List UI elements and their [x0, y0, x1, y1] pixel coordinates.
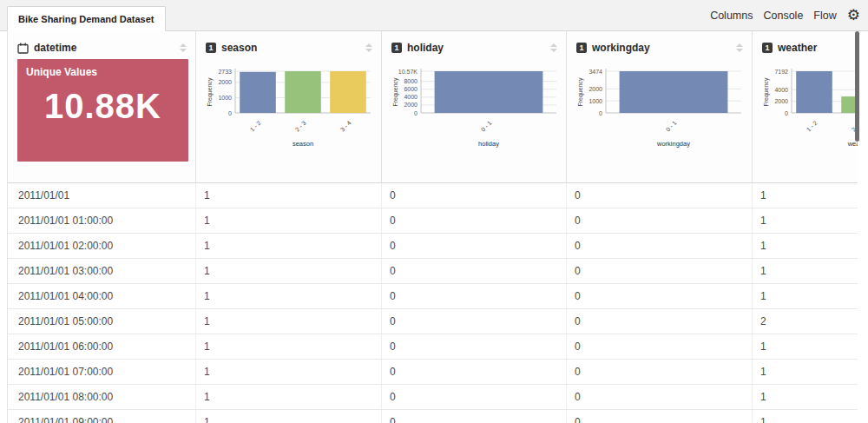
- flow-link[interactable]: Flow: [813, 10, 836, 22]
- table-row: 2011/01/01 01:00:00 1 0 0 1: [8, 208, 858, 234]
- svg-text:6000: 6000: [404, 86, 418, 92]
- table-row: 2011/01/01 06:00:00 1 0 0 1: [8, 334, 858, 360]
- workingday-header-row[interactable]: 1 workingday: [576, 40, 745, 56]
- cell-holiday[interactable]: 0: [382, 334, 567, 359]
- svg-text:2000: 2000: [589, 86, 602, 92]
- season-header-row[interactable]: 1 season: [206, 40, 374, 56]
- workingday-histogram: 34742000100000 - 1workingdayFrequency: [576, 64, 746, 151]
- cell-datetime[interactable]: 2011/01/01 03:00:00: [8, 259, 196, 283]
- cell-holiday[interactable]: 0: [382, 259, 567, 283]
- unique-values-count: 10.88K: [26, 87, 180, 126]
- svg-text:1 - 2: 1 - 2: [249, 120, 262, 133]
- cell-season[interactable]: 1: [196, 284, 382, 308]
- cell-weather[interactable]: 1: [753, 360, 858, 384]
- cell-datetime[interactable]: 2011/01/01 01:00:00: [8, 208, 196, 233]
- svg-text:holiday: holiday: [478, 140, 499, 148]
- cell-season[interactable]: 1: [196, 334, 382, 359]
- columns-link[interactable]: Columns: [710, 10, 753, 22]
- svg-text:4000: 4000: [774, 87, 788, 93]
- cell-weather[interactable]: 1: [753, 183, 858, 208]
- table-row: 2011/01/01 03:00:00 1 0 0 1: [8, 259, 858, 284]
- cell-weather[interactable]: 1: [753, 259, 858, 283]
- cell-workingday[interactable]: 0: [567, 284, 753, 308]
- cell-workingday[interactable]: 0: [567, 360, 753, 384]
- sort-icon[interactable]: [365, 43, 372, 52]
- cell-datetime[interactable]: 2011/01/01 09:00:00: [8, 410, 196, 423]
- table-row: 2011/01/01 1 0 0 1: [8, 183, 858, 208]
- cell-weather[interactable]: 2: [753, 309, 858, 334]
- svg-text:0: 0: [785, 110, 788, 116]
- cell-datetime[interactable]: 2011/01/01 05:00:00: [8, 309, 196, 334]
- cell-season[interactable]: 1: [196, 309, 382, 334]
- weather-header-row[interactable]: 1 weather: [762, 40, 851, 56]
- season-histogram: 27332000100001 - 22 - 33 - 4seasonFreque…: [206, 64, 376, 151]
- svg-text:workingday: workingday: [656, 140, 690, 148]
- cell-workingday[interactable]: 0: [567, 183, 753, 208]
- svg-text:Frequency: Frequency: [207, 77, 214, 107]
- column-header-holiday[interactable]: 1 holiday 10.57K800060004000200000 - 1ho…: [382, 31, 567, 182]
- column-header-weather[interactable]: 1 weather 71924000200001 - 22 - 3weather…: [753, 31, 858, 182]
- svg-text:season: season: [293, 140, 313, 148]
- sort-icon[interactable]: [736, 43, 743, 52]
- svg-text:0: 0: [414, 110, 418, 116]
- svg-text:0 - 1: 0 - 1: [480, 120, 493, 133]
- cell-season[interactable]: 1: [196, 208, 382, 233]
- cell-holiday[interactable]: 0: [382, 208, 567, 233]
- svg-text:Frequency: Frequency: [763, 77, 770, 107]
- table-body: 2011/01/01 1 0 0 1 2011/01/01 01:00:00 1…: [8, 183, 858, 423]
- cell-datetime[interactable]: 2011/01/01 07:00:00: [8, 360, 196, 384]
- vertical-scrollbar-thumb[interactable]: [855, 31, 859, 142]
- cell-weather[interactable]: 1: [753, 234, 858, 258]
- cell-season[interactable]: 1: [196, 385, 382, 409]
- cell-workingday[interactable]: 0: [567, 259, 753, 283]
- settings-gear-icon[interactable]: ⚙: [847, 8, 860, 23]
- column-header-workingday[interactable]: 1 workingday 34742000100000 - 1workingda…: [567, 31, 753, 182]
- cell-holiday[interactable]: 0: [382, 360, 567, 384]
- cell-weather[interactable]: 1: [753, 334, 858, 359]
- cell-datetime[interactable]: 2011/01/01 08:00:00: [8, 385, 196, 409]
- sort-icon[interactable]: [180, 43, 187, 52]
- cell-workingday[interactable]: 0: [567, 208, 753, 233]
- table-row: 2011/01/01 07:00:00 1 0 0 1: [8, 360, 858, 385]
- cell-workingday[interactable]: 0: [567, 410, 753, 423]
- svg-text:2000: 2000: [218, 79, 232, 85]
- cell-season[interactable]: 1: [196, 360, 382, 384]
- column-header-season[interactable]: 1 season 27332000100001 - 22 - 33 - 4sea…: [196, 31, 382, 182]
- cell-holiday[interactable]: 0: [382, 234, 567, 258]
- svg-text:2 - 3: 2 - 3: [294, 120, 307, 133]
- cell-season[interactable]: 1: [196, 183, 382, 208]
- cell-datetime[interactable]: 2011/01/01 06:00:00: [8, 334, 196, 359]
- cell-weather[interactable]: 1: [753, 208, 858, 233]
- topbar-actions: Columns Console Flow ⚙: [710, 8, 868, 23]
- holiday-header-row[interactable]: 1 holiday: [391, 40, 559, 56]
- cell-season[interactable]: 1: [196, 234, 382, 258]
- column-header-datetime[interactable]: datetime Unique Values 10.88K: [8, 31, 196, 182]
- cell-datetime[interactable]: 2011/01/01 04:00:00: [8, 284, 196, 308]
- cell-season[interactable]: 1: [196, 410, 382, 423]
- dataset-explorer: Bike Sharing Demand Dataset Columns Cons…: [0, 0, 868, 423]
- svg-text:3 - 4: 3 - 4: [339, 120, 352, 133]
- cell-season[interactable]: 1: [196, 259, 382, 283]
- cell-holiday[interactable]: 0: [382, 385, 567, 409]
- cell-weather[interactable]: 1: [753, 410, 858, 423]
- cell-holiday[interactable]: 0: [382, 284, 567, 308]
- console-link[interactable]: Console: [763, 10, 803, 22]
- cell-datetime[interactable]: 2011/01/01 02:00:00: [8, 234, 196, 258]
- cell-holiday[interactable]: 0: [382, 410, 567, 423]
- cell-workingday[interactable]: 0: [567, 234, 753, 258]
- unique-values-card: Unique Values 10.88K: [17, 59, 188, 162]
- cell-weather[interactable]: 1: [753, 284, 858, 308]
- holiday-histogram: 10.57K800060004000200000 - 1holidayFrequ…: [391, 64, 562, 151]
- cell-workingday[interactable]: 0: [567, 385, 753, 409]
- svg-text:Frequency: Frequency: [392, 77, 399, 107]
- cell-holiday[interactable]: 0: [382, 309, 567, 334]
- datetime-header-row[interactable]: datetime: [17, 40, 188, 56]
- dataset-tab[interactable]: Bike Sharing Demand Dataset: [7, 6, 166, 31]
- table-row: 2011/01/01 04:00:00 1 0 0 1: [8, 284, 858, 309]
- sort-icon[interactable]: [550, 43, 557, 52]
- cell-workingday[interactable]: 0: [567, 309, 753, 334]
- cell-holiday[interactable]: 0: [382, 183, 567, 208]
- cell-workingday[interactable]: 0: [567, 334, 753, 359]
- cell-weather[interactable]: 1: [753, 385, 858, 409]
- cell-datetime[interactable]: 2011/01/01: [8, 183, 196, 208]
